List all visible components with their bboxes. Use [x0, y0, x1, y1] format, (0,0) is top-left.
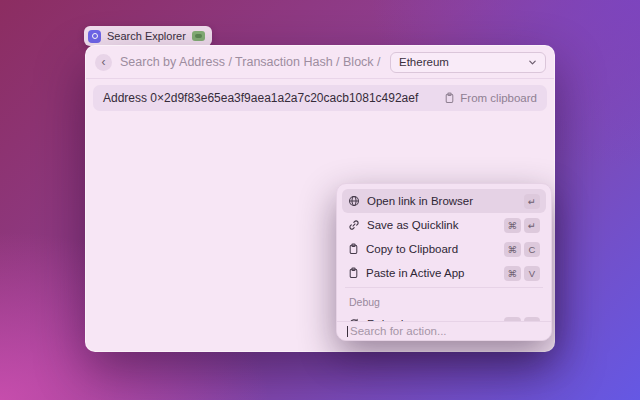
shortcut-keys: ⌘ C — [504, 242, 541, 257]
action-label: Copy to Clipboard — [366, 243, 458, 255]
action-label: Save as Quicklink — [367, 219, 458, 231]
action-label: Open link in Browser — [367, 195, 473, 207]
action-label: Paste in Active App — [366, 267, 464, 279]
divider — [345, 287, 543, 288]
command-tag[interactable]: Search Explorer — [84, 26, 212, 46]
shortcut-keys: ⌘ V — [504, 266, 541, 281]
command-tag-label: Search Explorer — [107, 30, 186, 42]
desktop-background: Search Explorer ‹ Ethereum Address 0×2d9… — [0, 0, 640, 400]
chevron-down-icon — [528, 58, 537, 67]
search-input[interactable] — [120, 55, 382, 69]
action-open-link-in-browser[interactable]: Open link in Browser ↵ — [342, 189, 546, 213]
action-menu-footer — [337, 321, 551, 340]
search-explorer-app-icon — [88, 30, 101, 43]
result-accessory-label: From clipboard — [460, 92, 537, 104]
clipboard-icon — [348, 267, 359, 279]
shortcut-keys: ⌘ ↵ — [504, 218, 541, 233]
result-accessory: From clipboard — [444, 92, 537, 104]
result-row-address[interactable]: Address 0×2d9f83e65ea3f9aea1a2a7c20cacb1… — [93, 85, 547, 111]
shortcut-keys: ↵ — [524, 194, 540, 209]
keycap-cmd: ⌘ — [504, 266, 522, 281]
back-button[interactable]: ‹ — [95, 54, 112, 71]
section-label-debug: Debug — [342, 290, 546, 312]
clipboard-icon — [444, 92, 455, 104]
network-dropdown-value: Ethereum — [399, 56, 449, 68]
keycap-return: ↵ — [524, 218, 540, 233]
action-copy-to-clipboard[interactable]: Copy to Clipboard ⌘ C — [342, 237, 546, 261]
window-header: ‹ Ethereum — [86, 46, 554, 79]
network-dropdown[interactable]: Ethereum — [390, 52, 546, 73]
action-menu-body: Open link in Browser ↵ Save as Quicklink… — [337, 184, 551, 336]
result-title: Address 0×2d9f83e65ea3f9aea1a2a7c20cacb1… — [103, 91, 418, 105]
keycap-c: C — [524, 242, 540, 257]
clipboard-icon — [348, 243, 359, 255]
keycap-return: ↵ — [524, 194, 540, 209]
action-save-as-quicklink[interactable]: Save as Quicklink ⌘ ↵ — [342, 213, 546, 237]
badge-icon — [192, 31, 205, 41]
action-paste-in-active-app[interactable]: Paste in Active App ⌘ V — [342, 261, 546, 285]
globe-icon — [348, 195, 360, 207]
keycap-v: V — [524, 266, 540, 281]
text-caret — [347, 326, 348, 337]
keycap-cmd: ⌘ — [504, 242, 522, 257]
action-menu: Open link in Browser ↵ Save as Quicklink… — [336, 183, 552, 341]
link-icon — [348, 219, 360, 231]
keycap-cmd: ⌘ — [504, 218, 522, 233]
action-search-input[interactable] — [350, 325, 541, 337]
